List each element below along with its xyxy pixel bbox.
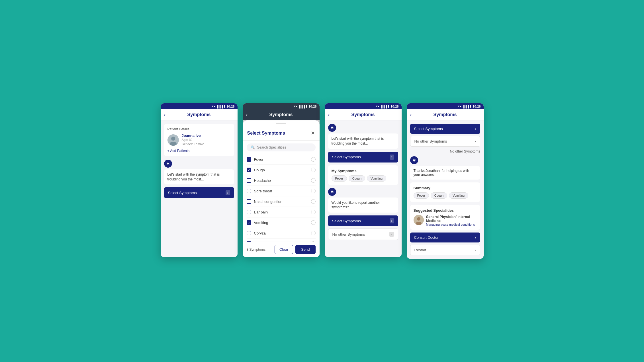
my-symptoms-card: My Symptoms FeverCoughVomiting — [328, 165, 398, 185]
app-bar-title-1: Symptoms — [187, 112, 211, 117]
symptom-checkbox[interactable] — [247, 157, 251, 162]
select-symptoms-label-3b: Select Symptoms — [332, 219, 361, 223]
select-symptoms-button-3b[interactable]: Select Symptoms › — [328, 215, 398, 226]
back-button-3[interactable]: ‹ — [328, 112, 330, 118]
info-icon[interactable]: i — [311, 157, 316, 162]
symptom-list: Fever i Cough i Headache i Sore throat i — [243, 154, 320, 242]
symptom-tag: Fever — [332, 175, 347, 182]
symptom-name: Headache — [254, 178, 271, 183]
specialty-avatar — [414, 215, 424, 225]
add-patients-link[interactable]: + Add Patients — [167, 149, 231, 153]
info-icon[interactable]: i — [311, 231, 316, 235]
specialty-info: General Physician/ Internal Medicine Man… — [426, 215, 477, 226]
screen-2: ▾▴ ▐▐▐ ▮ 10:28 ‹ Symptoms Select Symptom… — [243, 103, 320, 257]
battery-icon-4: ▮ — [470, 104, 471, 108]
footer-actions: Clear Send — [275, 245, 315, 254]
symptom-item[interactable]: Sore throat i — [247, 186, 316, 196]
my-symptoms-tags: FeverCoughVomiting — [332, 175, 395, 182]
symptom-name: Coryza — [254, 231, 266, 235]
info-icon[interactable]: i — [311, 168, 316, 172]
app-bar-2: ‹ Symptoms — [243, 109, 320, 120]
app-bar-4: ‹ Symptoms — [407, 109, 484, 120]
top-select-arrow-4: › — [475, 127, 476, 131]
symptom-item[interactable]: Cough i — [247, 165, 316, 175]
battery-icon: ▮ — [224, 104, 225, 108]
screen-content-4: Select Symptoms › No other Symptoms › No… — [407, 120, 484, 259]
symptom-item[interactable]: Nasal congestion i — [247, 196, 316, 207]
screen-content-1: Patient Details Joanna Ive Age: 30 Gende… — [161, 120, 238, 257]
suggested-title: Suggested Specialities — [414, 208, 477, 213]
patient-card-title: Patient Details — [167, 127, 231, 131]
patient-age: Age: 30 — [182, 138, 204, 142]
symptom-checkbox[interactable] — [247, 210, 251, 214]
symptom-name: Nasal congestion — [254, 199, 283, 204]
app-bar-3: ‹ Symptoms — [325, 109, 402, 120]
clear-button[interactable]: Clear — [275, 245, 293, 254]
status-icons-2: ▾▴ ▐▐▐ ▮ — [294, 104, 307, 108]
modal-close-button[interactable]: ✕ — [311, 130, 315, 136]
consult-button[interactable]: Consult Doctor › — [410, 233, 480, 242]
info-icon[interactable]: i — [311, 210, 316, 214]
back-button-4[interactable]: ‹ — [410, 112, 412, 118]
symptom-item[interactable]: Fever i — [247, 154, 316, 165]
search-bar[interactable]: 🔍 — [247, 143, 316, 151]
summary-tag: Vomiting — [449, 192, 468, 199]
modal-header: Select Symptoms ✕ — [243, 126, 320, 141]
signal-icon-4: ▐▐▐ — [462, 105, 469, 108]
bot-icon-4: ✱ — [410, 156, 418, 164]
info-icon[interactable]: i — [311, 199, 316, 204]
info-icon[interactable]: i — [311, 178, 316, 183]
symptom-tag: Cough — [349, 175, 365, 182]
app-bar-1: ‹ Symptoms — [161, 109, 238, 120]
bot-icon-1: ✱ — [164, 160, 172, 168]
top-select-button-4[interactable]: Select Symptoms › — [410, 124, 480, 134]
symptom-checkbox[interactable] — [247, 199, 251, 204]
symptom-checkbox[interactable] — [247, 231, 251, 235]
no-symptoms-button-3[interactable]: No other Symptoms › — [328, 229, 398, 240]
top-no-button-4[interactable]: No other Symptoms › — [410, 136, 480, 147]
symptom-checkbox[interactable] — [247, 168, 251, 172]
patient-avatar — [167, 134, 179, 146]
symptom-item[interactable]: Vomiting i — [247, 217, 316, 228]
info-icon[interactable]: i — [311, 189, 316, 193]
back-button-1[interactable]: ‹ — [164, 112, 166, 118]
consult-arrow: › — [475, 235, 476, 240]
wifi-icon: ▾▴ — [212, 104, 215, 108]
select-symptoms-button-1[interactable]: Select Symptoms › — [164, 187, 234, 198]
chat-bubble-1: Let's start with the symptom that is tro… — [164, 169, 234, 185]
modal-title: Select Symptoms — [247, 131, 285, 136]
specialty-desc[interactable]: Managing acute medical conditions — [426, 223, 477, 226]
symptom-checkbox[interactable] — [247, 178, 251, 183]
screen-4: ▾▴ ▐▐▐ ▮ 10:28 ‹ Symptoms Select Symptom… — [407, 103, 484, 259]
symptom-name: Ear pain — [254, 210, 268, 214]
time-4: 10:28 — [473, 105, 481, 108]
status-bar-2: ▾▴ ▐▐▐ ▮ 10:28 — [243, 103, 320, 109]
chat-bubble-3b: Would you like to report another symptom… — [328, 198, 398, 213]
screen-3: ▾▴ ▐▐▐ ▮ 10:28 ‹ Symptoms ✱ Let's start … — [325, 103, 402, 257]
summary-tag: Cough — [431, 192, 447, 199]
symptom-item[interactable]: Ear pain i — [247, 207, 316, 217]
symptom-checkbox[interactable] — [247, 189, 251, 193]
restart-button[interactable]: Restart › — [410, 245, 480, 255]
suggested-specialties: Suggested Specialities General Physician… — [410, 205, 480, 230]
status-icons-3: ▾▴ ▐▐▐ ▮ — [376, 104, 389, 108]
info-icon[interactable]: i — [311, 220, 316, 225]
select-symptoms-button-3a[interactable]: Select Symptoms › — [328, 152, 398, 163]
app-bar-title-3: Symptoms — [351, 112, 375, 117]
battery-icon-3: ▮ — [388, 104, 389, 108]
summary-tag: Fever — [414, 192, 429, 199]
svg-point-1 — [171, 137, 175, 141]
specialty-item: General Physician/ Internal Medicine Man… — [414, 215, 477, 226]
symptom-item[interactable]: Shortness of breath i — [247, 238, 316, 242]
symptom-item[interactable]: Coryza i — [247, 228, 316, 238]
send-button[interactable]: Send — [295, 245, 315, 254]
summary-tags: FeverCoughVomiting — [414, 192, 477, 199]
symptoms-modal: Select Symptoms ✕ 🔍 Fever i Cough i — [243, 120, 320, 257]
symptom-checkbox[interactable] — [247, 220, 251, 225]
back-button-2[interactable]: ‹ — [246, 112, 248, 118]
select-symptoms-label-3a: Select Symptoms — [332, 155, 361, 159]
symptom-item[interactable]: Headache i — [247, 175, 316, 186]
search-input[interactable] — [257, 145, 312, 149]
bot-icon-3b: ✱ — [328, 188, 336, 196]
time-3: 10:28 — [391, 105, 398, 108]
